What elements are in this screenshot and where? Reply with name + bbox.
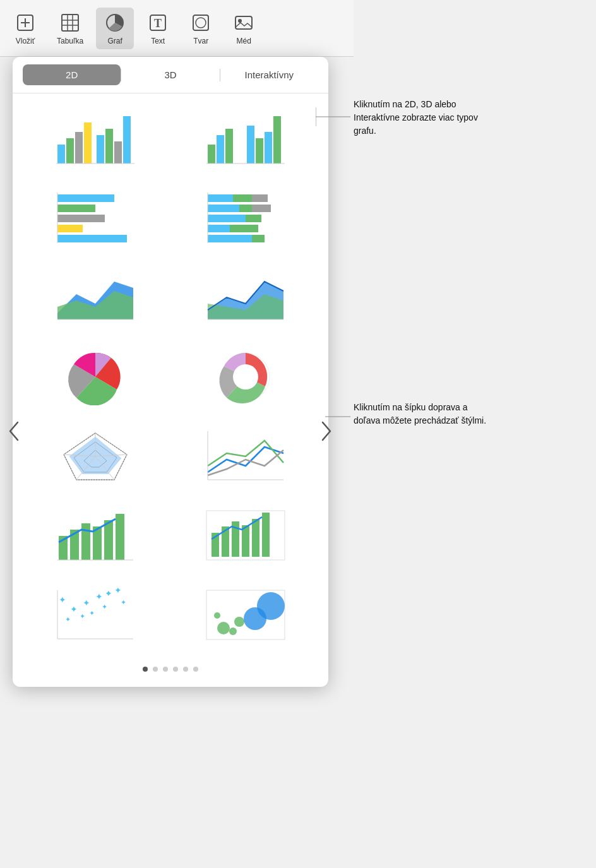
toolbar-chart[interactable]: Graf [96,8,134,49]
svg-rect-39 [233,194,252,202]
svg-rect-43 [252,205,271,212]
svg-rect-35 [57,225,83,232]
svg-rect-73 [116,514,124,560]
svg-text:✦: ✦ [95,592,103,602]
svg-rect-26 [225,129,233,163]
svg-rect-81 [262,513,270,557]
toolbar: Vložiť Tabuľka Graf T [0,0,354,57]
toolbar-text[interactable]: T Text [139,8,177,49]
chart-picker-panel: 2D 3D Interaktívny [13,57,328,687]
media-icon [232,11,255,34]
toolbar-table-label: Tabuľka [57,37,83,45]
svg-rect-45 [246,215,261,222]
svg-rect-30 [273,116,281,163]
svg-rect-29 [265,132,272,163]
tab-3d[interactable]: 3D [121,64,219,85]
svg-rect-20 [105,129,113,163]
toolbar-text-label: Text [151,37,165,45]
svg-text:✦: ✦ [59,595,66,605]
svg-text:✦: ✦ [105,588,112,598]
svg-rect-44 [208,215,246,222]
svg-rect-33 [57,205,95,212]
chart-multiline[interactable] [173,419,318,494]
svg-rect-41 [208,205,239,212]
svg-point-101 [214,612,220,619]
toolbar-shape[interactable]: Tvar [182,8,220,49]
dot-1[interactable] [143,667,148,672]
dot-5[interactable] [183,667,188,672]
svg-rect-42 [239,205,252,212]
dot-2[interactable] [153,667,158,672]
svg-rect-46 [208,225,230,232]
svg-rect-32 [57,194,114,202]
chart-bar-stacked-h[interactable] [173,181,318,255]
toolbar-shape-label: Tvar [193,37,208,45]
svg-rect-21 [114,141,122,163]
chart-icon [104,11,126,34]
dot-4[interactable] [173,667,178,672]
callout-2: Kliknutím na šípku doprava a doľava môže… [354,401,492,427]
svg-rect-40 [252,194,268,202]
shape-icon [189,11,212,34]
chart-grid: ✦ ✦ ✦ ✦ ✦ ✦ ✦ ✦ ✦ ✦ ✦ [13,93,328,660]
svg-rect-18 [84,122,92,163]
toolbar-table[interactable]: Tabuľka [49,8,91,49]
svg-rect-34 [57,215,105,222]
chart-mixed-bar-line[interactable] [23,499,168,573]
table-icon [59,11,81,34]
chart-area-line[interactable] [173,260,318,335]
chart-type-tabs: 2D 3D Interaktívny [13,57,328,93]
svg-rect-48 [208,235,252,242]
toolbar-media[interactable]: Méd [225,8,263,49]
toolbar-insert[interactable]: Vložiť [6,8,44,49]
chart-radar[interactable] [23,419,168,494]
chart-mixed-bar-line-framed[interactable] [173,499,318,573]
nav-arrow-left[interactable] [6,420,21,445]
chart-area[interactable] [23,260,168,335]
svg-text:✦: ✦ [70,604,78,614]
svg-rect-15 [57,145,65,163]
tab-interactive[interactable]: Interaktívny [220,64,318,85]
dot-3[interactable] [163,667,168,672]
tab-2d[interactable]: 2D [23,64,121,85]
svg-text:T: T [154,17,162,30]
svg-point-97 [234,617,244,627]
callout-1-text: Kliknutím na 2D, 3D alebo Interaktívne z… [354,98,492,138]
chart-pie[interactable] [23,340,168,414]
dot-6[interactable] [193,667,198,672]
chart-bar-grouped[interactable] [23,101,168,175]
toolbar-chart-label: Graf [108,37,122,45]
svg-rect-19 [97,135,104,163]
svg-text:✦: ✦ [80,612,85,620]
svg-rect-16 [66,138,74,163]
svg-rect-36 [57,235,127,242]
svg-text:✦: ✦ [121,598,126,606]
svg-text:✦: ✦ [89,609,95,617]
svg-point-100 [229,627,237,635]
svg-rect-79 [242,525,249,557]
svg-rect-49 [252,235,265,242]
insert-icon [14,11,37,34]
nav-arrow-right[interactable] [319,420,334,445]
chart-bar-horizontal[interactable] [23,181,168,255]
svg-rect-17 [75,132,83,163]
chart-bar-grouped-2[interactable] [173,101,318,175]
svg-rect-80 [252,519,259,557]
callout-1: Kliknutím na 2D, 3D alebo Interaktívne z… [354,98,492,138]
svg-point-14 [238,19,242,23]
svg-rect-24 [208,145,215,163]
svg-point-96 [217,622,230,634]
svg-rect-22 [123,116,131,163]
chart-bubble[interactable] [173,578,318,653]
chart-scatter[interactable]: ✦ ✦ ✦ ✦ ✦ ✦ ✦ ✦ ✦ ✦ ✦ [23,578,168,653]
svg-point-99 [257,592,285,620]
svg-rect-3 [62,15,78,31]
svg-rect-13 [235,16,252,29]
chart-donut[interactable] [173,340,318,414]
svg-text:✦: ✦ [102,603,107,610]
svg-rect-27 [247,126,254,163]
callout-2-text: Kliknutím na šípku doprava a doľava môže… [354,401,492,427]
svg-point-12 [196,18,206,28]
svg-point-55 [233,364,258,389]
svg-rect-70 [81,523,90,560]
